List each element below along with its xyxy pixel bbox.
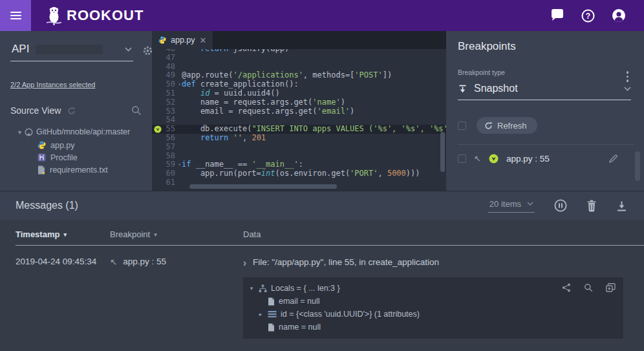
tree-files: app.pyProcfilerequirements.txt xyxy=(10,139,142,176)
list-icon xyxy=(268,310,277,318)
select-all-checkbox[interactable] xyxy=(458,122,466,130)
heroku-file-icon xyxy=(38,153,46,162)
code-line-49[interactable]: 49@app.route('/applications', methods=['… xyxy=(152,71,446,80)
editor-horizontal-scrollbar[interactable] xyxy=(189,184,337,189)
breakpoint-type-select[interactable]: Snapshot xyxy=(458,83,631,100)
download-icon[interactable] xyxy=(616,200,627,211)
file-icon xyxy=(268,297,275,306)
line-number[interactable]: 59▾ xyxy=(152,160,182,169)
code-text: id = uuid.uuid4() xyxy=(182,89,280,98)
pause-icon[interactable] xyxy=(554,199,567,212)
line-number[interactable]: 49 xyxy=(152,71,182,80)
line-number[interactable]: 57 xyxy=(152,143,182,152)
breakpoints-panel: Breakpoints Breakpoint type Snapshot Ref… xyxy=(446,31,644,191)
column-header-timestamp[interactable]: Timestamp▾ xyxy=(16,229,110,239)
line-number[interactable]: 60 xyxy=(152,169,182,178)
panel-scrollbar[interactable] xyxy=(635,151,640,181)
tree-file-requirements-txt[interactable]: requirements.txt xyxy=(10,164,142,176)
code-line-60[interactable]: 60 app.run(port=int(os.environ.get('PORT… xyxy=(152,169,446,178)
message-row: 2019-04-24 09:45:34 ↖ app.py : 55 › File… xyxy=(16,246,644,339)
github-icon xyxy=(25,128,33,136)
app-instances-link[interactable]: 2/2 App Instances selected xyxy=(10,81,95,89)
column-header-data: Data xyxy=(243,229,644,239)
locals-children: email = null▸id = {<class 'uuid.UUID'>} … xyxy=(248,295,617,334)
code-text: app.run(port=int(os.environ.get('PORT', … xyxy=(182,169,420,178)
chevron-down-icon xyxy=(624,87,631,91)
code-area[interactable]: 46 return jsonify(app)474849@app.route('… xyxy=(152,49,446,191)
help-icon[interactable]: ? xyxy=(581,9,595,23)
chevron-down-icon xyxy=(125,47,132,52)
copy-expand-icon[interactable] xyxy=(606,283,616,292)
profile-icon[interactable] xyxy=(612,8,626,23)
breakpoint-list-item[interactable]: ↖ app.py : 55 xyxy=(458,154,631,164)
code-line-50[interactable]: 50▾def create_application(): xyxy=(152,80,446,89)
page-size-value: 20 items xyxy=(489,199,521,209)
line-number[interactable]: 55 xyxy=(152,125,182,134)
breakpoint-checkbox[interactable] xyxy=(458,154,466,163)
arrow-northwest-icon: ↖ xyxy=(474,154,481,164)
code-line-47[interactable]: 47 xyxy=(152,54,446,63)
search-icon[interactable] xyxy=(584,283,593,292)
breakpoint-gutter-icon[interactable] xyxy=(154,125,162,133)
code-line-55[interactable]: 55 db.execute("INSERT INTO apps VALUES (… xyxy=(152,125,446,134)
line-number[interactable]: 52 xyxy=(152,98,182,107)
line-number[interactable]: 56 xyxy=(152,134,182,143)
tab-app-py[interactable]: app.py ✕ xyxy=(152,31,213,49)
code-line-56[interactable]: 56 return '', 201 xyxy=(152,134,446,143)
search-icon[interactable] xyxy=(131,105,142,116)
kebab-menu-icon[interactable] xyxy=(627,71,629,82)
tree-file-Procfile[interactable]: Procfile xyxy=(10,151,142,164)
hamburger-menu-button[interactable] xyxy=(0,0,31,31)
line-number[interactable]: 54 xyxy=(152,116,182,125)
code-line-59[interactable]: 59▾if __name__ == '__main__': xyxy=(152,160,446,169)
page-size-select[interactable]: 20 items xyxy=(488,199,535,213)
line-number[interactable]: 47 xyxy=(152,54,182,63)
code-line-58[interactable]: 58 xyxy=(152,152,446,161)
top-bar: ROOKOUT ? xyxy=(0,0,644,31)
line-number[interactable]: 58 xyxy=(152,152,182,161)
code-line-52[interactable]: 52 name = request.args.get('name') xyxy=(152,98,446,107)
line-number[interactable]: 48 xyxy=(152,63,182,72)
code-text: return '', 201 xyxy=(182,134,266,143)
code-line-54[interactable]: 54 xyxy=(152,116,446,125)
fold-caret-icon[interactable]: ▾ xyxy=(178,80,181,89)
column-header-breakpoint[interactable]: Breakpoint▾ xyxy=(110,229,243,239)
code-line-48[interactable]: 48 xyxy=(152,63,446,72)
trash-icon[interactable] xyxy=(586,200,597,212)
file-name: requirements.txt xyxy=(50,165,108,175)
line-number[interactable]: 53 xyxy=(152,107,182,116)
locals-child-row[interactable]: ▸id = {<class 'uuid.UUID'>} (1 attribute… xyxy=(248,308,617,321)
refresh-button[interactable]: Refresh xyxy=(477,117,537,134)
project-select[interactable]: API xyxy=(10,40,133,61)
breakpoint-type-label: Breakpoint type xyxy=(458,69,631,76)
code-text: return jsonify(app) xyxy=(182,49,289,54)
line-number[interactable]: 61 xyxy=(152,178,182,187)
close-icon[interactable]: ✕ xyxy=(200,36,207,45)
fold-caret-icon[interactable]: ▾ xyxy=(178,160,181,169)
stack-frame-row[interactable]: › File: "/app/app.py", line 55, in creat… xyxy=(243,257,644,268)
code-text: if __name__ == '__main__': xyxy=(182,160,303,169)
locals-child-row[interactable]: name = null xyxy=(248,321,617,334)
caret-right-icon[interactable]: ▸ xyxy=(257,311,264,317)
tree-structure-icon xyxy=(259,284,267,293)
locals-child-row[interactable]: email = null xyxy=(248,295,617,308)
chat-icon[interactable] xyxy=(550,9,564,22)
file-name: Procfile xyxy=(50,153,78,162)
code-line-53[interactable]: 53 email = request.args.get('email') xyxy=(152,107,446,116)
left-sidebar: API 2/2 App Instances selected Source Vi… xyxy=(0,31,152,191)
code-line-46[interactable]: 46 return jsonify(app) xyxy=(152,49,446,54)
line-number[interactable]: 50▾ xyxy=(152,80,182,89)
refresh-icon[interactable] xyxy=(67,107,76,115)
share-icon[interactable] xyxy=(562,283,571,292)
tree-file-app-py[interactable]: app.py xyxy=(10,139,142,151)
message-breakpoint: ↖ app.py : 55 xyxy=(110,257,243,339)
editor-vertical-scrollbar[interactable] xyxy=(440,132,445,172)
line-number[interactable]: 51 xyxy=(152,89,182,98)
code-line-57[interactable]: 57 xyxy=(152,143,446,152)
tree-root-label: GitHub/mnoble/api:master xyxy=(36,127,130,136)
file-icon xyxy=(268,323,275,332)
divider xyxy=(458,144,634,145)
edit-pencil-icon[interactable] xyxy=(608,154,618,164)
code-line-51[interactable]: 51 id = uuid.uuid4() xyxy=(152,89,446,98)
tree-root-repo[interactable]: ▾ GitHub/mnoble/api:master xyxy=(10,127,142,136)
